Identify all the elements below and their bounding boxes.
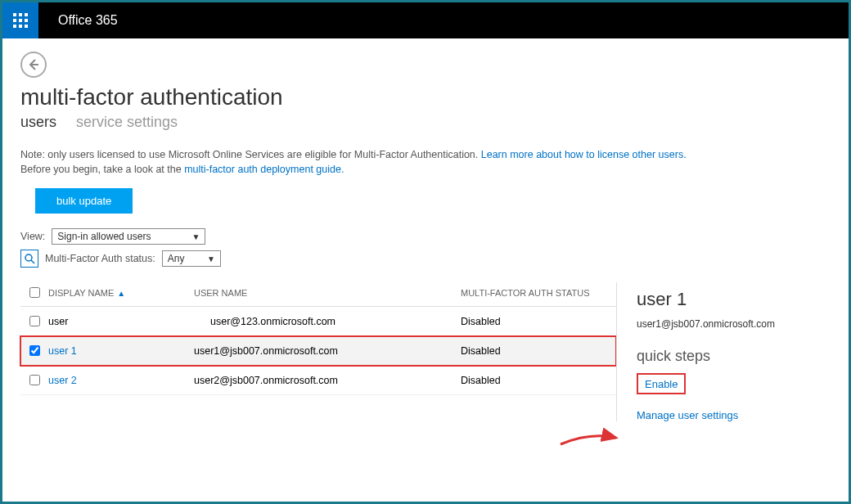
- page-title: multi-factor authentication: [20, 84, 831, 110]
- page-content: multi-factor authentication users servic…: [2, 38, 849, 421]
- svg-line-10: [31, 260, 34, 263]
- svg-rect-3: [13, 19, 16, 22]
- svg-rect-2: [25, 13, 28, 16]
- chevron-down-icon: ▼: [207, 254, 215, 263]
- bulk-update-button[interactable]: bulk update: [35, 188, 133, 214]
- note-text-1: Note: only users licensed to use Microso…: [20, 149, 481, 160]
- svg-rect-7: [19, 25, 22, 28]
- chevron-down-icon: ▼: [191, 232, 200, 241]
- top-bar: Office 365: [2, 2, 849, 38]
- enable-link[interactable]: Enable: [645, 378, 678, 390]
- back-arrow-icon: [27, 58, 40, 71]
- tab-users[interactable]: users: [20, 114, 56, 131]
- license-users-link[interactable]: Learn more about how to license other us…: [481, 149, 687, 160]
- search-button[interactable]: [20, 250, 38, 268]
- svg-point-9: [25, 254, 32, 261]
- enable-highlight: Enable: [637, 373, 686, 394]
- select-all-checkbox[interactable]: [29, 287, 40, 298]
- quick-steps-heading: quick steps: [637, 348, 831, 365]
- svg-rect-4: [19, 19, 22, 22]
- row-checkbox[interactable]: [29, 345, 40, 356]
- tabs: users service settings: [20, 114, 831, 131]
- row-checkbox[interactable]: [29, 375, 40, 385]
- note-text-2: Before you begin, take a look at the: [20, 164, 184, 175]
- deployment-guide-link[interactable]: multi-factor auth deployment guide.: [184, 164, 344, 175]
- col-display-name[interactable]: DISPLAY NAME▲: [48, 288, 194, 298]
- app-launcher-button[interactable]: [2, 2, 38, 38]
- back-button[interactable]: [20, 52, 47, 78]
- sort-asc-icon: ▲: [117, 289, 125, 298]
- col-mfa-status[interactable]: MULTI-FACTOR AUTH STATUS: [461, 288, 616, 298]
- svg-rect-0: [13, 13, 16, 16]
- svg-rect-8: [25, 25, 28, 28]
- users-table: DISPLAY NAME▲ USER NAME MULTI-FACTOR AUT…: [20, 282, 616, 395]
- user-name-cell: user1@jsb007.onmicrosoft.com: [194, 345, 461, 357]
- table-row[interactable]: user 1 user1@jsb007.onmicrosoft.com Disa…: [20, 336, 616, 366]
- svg-rect-1: [19, 13, 22, 16]
- selected-user-title: user 1: [637, 289, 831, 310]
- svg-rect-5: [25, 19, 28, 22]
- view-select-value: Sign-in allowed users: [57, 231, 151, 242]
- tab-service-settings[interactable]: service settings: [76, 114, 178, 131]
- table-row[interactable]: user 2 user2@jsb007.onmicrosoft.com Disa…: [20, 366, 616, 395]
- details-panel: user 1 user1@jsb007.onmicrosoft.com quic…: [616, 282, 831, 421]
- user-name-cell: user@123.onmicrosoft.com: [194, 316, 461, 327]
- user-name-cell: user2@jsb007.onmicrosoft.com: [194, 375, 461, 386]
- search-icon: [25, 254, 35, 264]
- filters: View: Sign-in allowed users ▼ Multi-Fact…: [20, 228, 831, 268]
- table-row[interactable]: user user@123.onmicrosoft.com Disabled: [20, 307, 616, 336]
- status-filter-label: Multi-Factor Auth status:: [45, 253, 155, 264]
- col-user-name[interactable]: USER NAME: [194, 288, 461, 298]
- status-cell: Disabled: [461, 316, 616, 327]
- view-label: View:: [20, 231, 45, 242]
- status-cell: Disabled: [461, 375, 616, 386]
- status-select[interactable]: Any ▼: [162, 250, 221, 267]
- annotation-arrow-icon: [557, 428, 623, 452]
- waffle-icon: [13, 13, 28, 28]
- view-select[interactable]: Sign-in allowed users ▼: [52, 228, 205, 245]
- display-name-cell[interactable]: user 2: [48, 375, 194, 386]
- display-name-cell[interactable]: user 1: [48, 345, 194, 357]
- svg-rect-6: [13, 25, 16, 28]
- brand-label: Office 365: [38, 2, 137, 38]
- table-header: DISPLAY NAME▲ USER NAME MULTI-FACTOR AUT…: [20, 282, 616, 307]
- info-note: Note: only users licensed to use Microso…: [20, 147, 831, 177]
- selected-user-email: user1@jsb007.onmicrosoft.com: [637, 318, 831, 330]
- status-select-value: Any: [168, 253, 185, 264]
- row-checkbox[interactable]: [29, 316, 40, 326]
- manage-user-settings-link[interactable]: Manage user settings: [637, 409, 831, 421]
- display-name-cell: user: [48, 316, 194, 327]
- status-cell: Disabled: [461, 345, 616, 357]
